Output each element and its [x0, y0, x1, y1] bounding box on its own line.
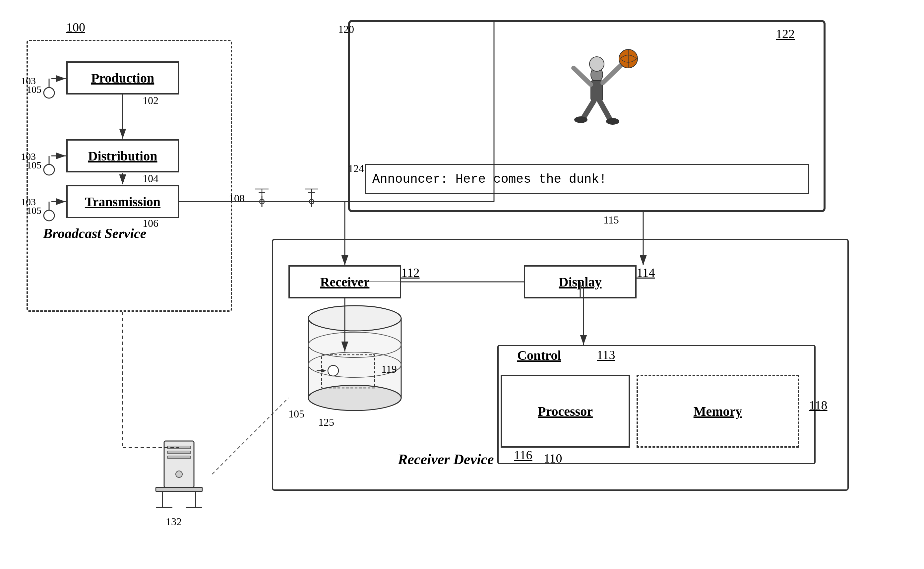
transmission-label: Transmission: [85, 194, 161, 210]
receiver-label: Receiver: [320, 274, 370, 290]
svg-rect-25: [156, 487, 202, 491]
svg-rect-23: [167, 456, 191, 459]
production-label: Production: [91, 70, 154, 86]
ref-112: 112: [401, 265, 420, 280]
caption-text: Announcer: Here comes the dunk!: [372, 172, 607, 186]
control-label: Control: [517, 347, 561, 363]
transmission-box: Transmission: [66, 185, 179, 218]
ref-120: 120: [338, 23, 354, 35]
receiver-device-label: Receiver Device: [398, 451, 494, 468]
database-cylinder: [289, 298, 428, 418]
ref-125: 125: [318, 416, 334, 428]
ref-100: 100: [66, 20, 85, 35]
server-icon: [146, 438, 212, 517]
svg-point-24: [176, 471, 182, 478]
processor-box: Processor: [501, 375, 630, 448]
ref-105b: 105: [26, 160, 41, 171]
svg-rect-22: [167, 451, 191, 453]
processor-label: Processor: [538, 403, 593, 419]
svg-line-7: [584, 100, 594, 118]
svg-point-19: [328, 365, 339, 376]
svg-line-8: [599, 100, 610, 119]
ref-106: 106: [143, 217, 158, 230]
caption-box: Announcer: Here comes the dunk!: [365, 164, 809, 194]
ref-114: 114: [637, 265, 655, 280]
svg-line-3: [574, 68, 591, 85]
ref-119: 119: [381, 363, 397, 375]
ref-105-db: 105: [289, 408, 304, 420]
ref-113: 113: [597, 347, 615, 362]
ref-115: 115: [603, 214, 619, 226]
receiver-box: Receiver: [289, 265, 401, 298]
display-label: Display: [559, 274, 602, 290]
svg-point-59: [309, 199, 314, 204]
production-box: Production: [66, 61, 179, 94]
svg-point-13: [309, 306, 401, 331]
svg-rect-21: [167, 446, 191, 449]
broadcast-service-label: Broadcast Service: [43, 225, 146, 241]
ref-102: 102: [143, 94, 158, 107]
svg-point-12: [309, 385, 401, 411]
svg-point-10: [606, 118, 619, 125]
ref-116: 116: [514, 448, 532, 462]
ref-104: 104: [143, 172, 158, 185]
ref-105c: 105: [26, 205, 41, 216]
svg-point-1: [590, 57, 604, 71]
diagram-container: 100 Broadcast Service Production 102 Dis…: [0, 0, 924, 569]
distribution-box: Distribution: [66, 139, 179, 172]
svg-line-4: [603, 63, 623, 83]
svg-point-9: [574, 116, 588, 123]
ref-118: 118: [809, 398, 828, 412]
distribution-label: Distribution: [88, 148, 158, 164]
ref-124: 124: [348, 163, 364, 175]
ref-122: 122: [776, 26, 795, 41]
svg-point-54: [260, 199, 264, 204]
memory-label: Memory: [694, 403, 742, 419]
display-box: Display: [524, 265, 637, 298]
ref-132: 132: [166, 516, 182, 528]
memory-box: Memory: [637, 375, 799, 448]
ref-108: 108: [229, 192, 245, 205]
basketball-player-figure: [530, 33, 663, 143]
ref-105a: 105: [26, 84, 41, 95]
